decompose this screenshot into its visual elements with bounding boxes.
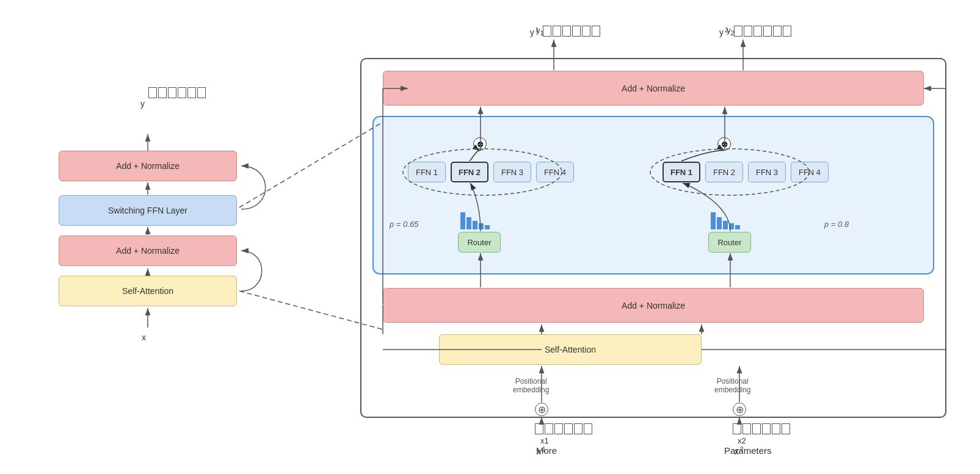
svg-text:y: y [719, 27, 724, 37]
y1-array [543, 26, 600, 37]
y2-array [734, 26, 791, 37]
ffn-left-4: FFN 4 [536, 162, 574, 182]
ffn-right-3: FFN 3 [748, 162, 786, 182]
y-array [148, 87, 206, 98]
self-attention-left: Self-Attention [59, 276, 237, 306]
x1-array [535, 423, 592, 434]
ffn-right-2: FFN 2 [705, 162, 743, 182]
ffn-left-2: FFN 2 [451, 162, 488, 182]
router-left: Router [458, 232, 501, 253]
pos-embed-right: Positionalembedding [714, 377, 750, 394]
x-label: x [142, 332, 146, 342]
x1-label: x1 [540, 436, 549, 445]
self-attention-right: Self-Attention [439, 334, 702, 365]
y-label: y [140, 99, 145, 109]
p1-label: p = 0.65 [390, 220, 418, 229]
y2-label: y2 [727, 26, 735, 37]
x2-label: x2 [738, 436, 746, 445]
ffn-right-1: FFN 1 [662, 162, 700, 182]
histogram-left [460, 212, 490, 229]
ffn-right-4: FFN 4 [791, 162, 829, 182]
plus-left: ⊕ [535, 403, 548, 416]
histogram-right [711, 212, 740, 229]
add-norm-bot-left: Add + Normalize [59, 235, 237, 266]
diagram-container: y Add + Normalize Switching FFN Layer Ad… [0, 0, 980, 474]
p2-label: p = 0.8 [824, 220, 849, 229]
plus-right: ⊕ [733, 403, 746, 416]
multiply-left: ⊗ [473, 137, 487, 151]
add-norm-top-left: Add + Normalize [59, 151, 237, 181]
add-norm-top-right: Add + Normalize [383, 71, 924, 106]
switching-ffn-area [372, 116, 934, 275]
multiply-right: ⊗ [717, 137, 731, 151]
pos-embed-left: Positionalembedding [513, 377, 549, 394]
x2-array [733, 423, 790, 434]
add-norm-mid-right: Add + Normalize [383, 288, 924, 323]
router-right: Router [708, 232, 751, 253]
more-label: More [536, 445, 557, 456]
y1-label: y1 [536, 26, 544, 37]
ffn-left-1: FFN 1 [408, 162, 446, 182]
switching-ffn-left: Switching FFN Layer [59, 195, 237, 226]
svg-text:y: y [530, 27, 534, 37]
ffn-left-3: FFN 3 [493, 162, 531, 182]
params-label: Parameters [724, 445, 772, 456]
